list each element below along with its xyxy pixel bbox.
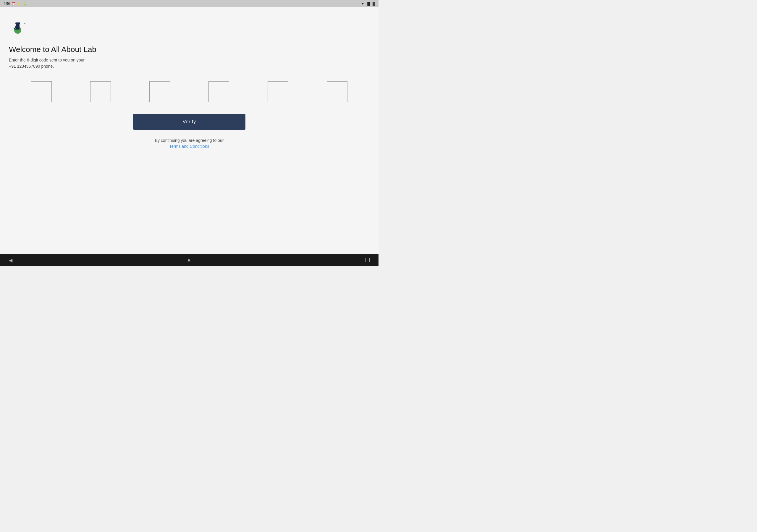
navigation-bar: ◀ ● [0,254,378,266]
time-display: 4:56 [4,2,10,5]
main-content: a TM Welcome to All About Lab Enter the … [0,7,378,254]
terms-and-conditions-link[interactable]: Terms and Conditions [169,144,209,149]
logo-container: a TM [9,19,27,38]
verify-button-container: Verify [6,114,373,130]
otp-input-1[interactable] [31,81,52,102]
otp-input-6[interactable] [327,81,348,102]
verify-button[interactable]: Verify [133,114,245,130]
alarm-icon: ⏰ [12,2,16,6]
status-bar-right: ▼ ▐▌ ▓ [361,2,375,5]
otp-input-5[interactable] [268,81,288,102]
recents-button[interactable] [366,258,370,262]
wifi-icon: ▼ [361,2,364,5]
terms-container: By continuing you are agreeing to our Te… [6,138,373,149]
svg-text:TM: TM [22,22,25,24]
svg-text:a: a [14,22,18,31]
status-bar: 4:56 ⏰ ⚡ 🔋 ▼ ▐▌ ▓ [0,0,378,7]
otp-container [6,81,373,102]
back-button[interactable]: ◀ [9,257,13,263]
signal-icon: ▐▌ [366,2,371,5]
welcome-subtitle: Enter the 6-digit code sent to you on yo… [9,57,85,70]
battery-save-icon: ⚡ [17,2,21,6]
app-logo: a TM [9,19,27,37]
battery-right-icon: ▓ [373,2,375,5]
otp-input-3[interactable] [149,81,170,102]
welcome-title: Welcome to All About Lab [9,45,96,54]
battery-icon: 🔋 [23,2,27,6]
otp-input-2[interactable] [90,81,111,102]
terms-prefix-text: By continuing you are agreeing to our [155,138,224,143]
otp-input-4[interactable] [208,81,229,102]
home-button[interactable]: ● [188,257,191,263]
status-bar-left: 4:56 ⏰ ⚡ 🔋 [4,2,27,6]
